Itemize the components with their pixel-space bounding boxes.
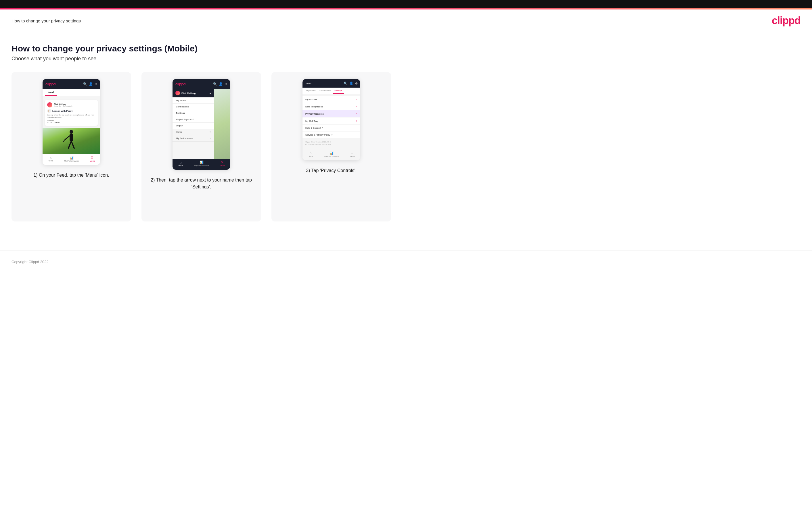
tab-menu-1[interactable]: ☰ Menu (90, 156, 95, 164)
phone-nav-2: clippd 🔍 👤 ⊙ (172, 79, 230, 89)
step-2-caption: 2) Then, tap the arrow next to your name… (148, 177, 254, 190)
bottom-tab-bar-1: ⌂ Home 📊 My Performance ☰ Menu (43, 154, 100, 165)
menu-overlay-container: Blair McHarg ▲ My Profile Connections (172, 89, 230, 159)
tab-close-2[interactable]: ✕ Menu (220, 161, 225, 169)
privacycontrols-arrow: › (356, 112, 357, 115)
home-icon-3: ⌂ (310, 151, 312, 155)
settings-version: Clippd Client Version: 2022.8.3-3 GQL Se… (303, 138, 360, 148)
privacycontrols-label: Privacy Controls (305, 113, 324, 115)
feed-avatar (47, 102, 52, 107)
settings-tabs-header: My Profile Connections Settings (303, 88, 360, 94)
settings-item-serviceprivacy[interactable]: Service & Privacy Policy ↗ (303, 131, 360, 138)
tab-perf-label-3: My Performance (324, 155, 339, 157)
menu-section-performance[interactable]: My Performance ▾ (172, 135, 214, 142)
tab-myprofile[interactable]: My Profile (304, 88, 317, 94)
menu-panel: Blair McHarg ▲ My Profile Connections (172, 89, 214, 159)
tab-home-label-3: Home (308, 155, 313, 157)
settings-item-privacycontrols[interactable]: Privacy Controls › (303, 110, 360, 117)
top-bar (0, 0, 812, 8)
menu-icon-3: ☰ (351, 151, 353, 155)
settings-item-helpsupport[interactable]: Help & Support ↗ (303, 125, 360, 131)
svg-rect-1 (69, 134, 73, 141)
menu-chevron-up: ▲ (209, 92, 211, 95)
golfer-svg (63, 129, 80, 154)
svg-line-3 (71, 141, 74, 148)
tab-performance-2[interactable]: 📊 My Performance (194, 161, 209, 169)
mygolfbag-arrow: › (356, 119, 357, 122)
menu-section: Home ▾ My Performance ▾ (172, 129, 214, 142)
menu-item-connections[interactable]: Connections (172, 104, 214, 110)
search-icon-3[interactable]: 🔍 (344, 81, 348, 85)
feed-desc: Looking to feel like my hands are exitin… (47, 114, 96, 119)
menu-user-row[interactable]: Blair McHarg ▲ (172, 89, 214, 97)
menu-section-home[interactable]: Home ▾ (172, 129, 214, 135)
step-1-caption: 1) On your Feed, tap the 'Menu' icon. (33, 172, 109, 179)
footer-copyright: Copyright Clippd 2022 (11, 260, 49, 264)
tab-home-label-2: Home (178, 164, 184, 166)
page-header: How to change your privacy settings clip… (0, 9, 812, 32)
phone-logo-2: clippd (175, 82, 186, 86)
svg-line-5 (63, 139, 65, 142)
menu-item-myprofile[interactable]: My Profile (172, 97, 214, 104)
perf-icon-2: 📊 (200, 161, 204, 164)
helpsupport-label: Help & Support ↗ (176, 118, 194, 121)
search-icon-1[interactable]: 🔍 (83, 82, 87, 86)
profile-icon-3[interactable]: 👤 (349, 81, 353, 85)
section-home-label: Home (176, 131, 182, 133)
menu-icon-1: ☰ (91, 156, 94, 160)
settings-nav: ‹ Back 🔍 👤 ⊙ (303, 79, 360, 88)
section-perf-chevron: ▾ (210, 137, 211, 139)
step-2-phone: clippd 🔍 👤 ⊙ Blair McHarg (172, 79, 230, 170)
dataintegrations-label: Data Integrations (305, 105, 323, 108)
section-home-chevron: ▾ (210, 131, 211, 133)
tab-performance-1[interactable]: 📊 My Performance (64, 156, 79, 164)
home-icon-1: ⌂ (50, 156, 52, 159)
settings-item-mygolfbag[interactable]: My Golf Bag › (303, 117, 360, 124)
settings-item-dataintegrations[interactable]: Data Integrations › (303, 103, 360, 110)
back-button[interactable]: ‹ Back (305, 82, 311, 85)
perf-icon-1: 📊 (69, 156, 73, 160)
feed-user-sub: Yesterday · Sunningdale (54, 105, 72, 107)
menu-item-helpsupport[interactable]: Help & Support ↗ (172, 116, 214, 123)
phone-nav-icons-1: 🔍 👤 ⊙ (83, 82, 97, 86)
step-3-caption: 3) Tap 'Privacy Controls'. (306, 167, 357, 174)
version-line2: GQL Server Version: 2022.7.30-1 (305, 143, 357, 146)
tab-menu-label-3: Menu (350, 155, 355, 157)
helpsupport3-label: Help & Support ↗ (305, 127, 323, 129)
clippd-logo: clippd (772, 15, 801, 27)
tab-home-3[interactable]: ⌂ Home (308, 151, 313, 159)
tab-close-label-2: Menu (220, 165, 225, 167)
step-2-card: clippd 🔍 👤 ⊙ Blair McHarg (142, 72, 261, 221)
lesson-title: Lesson with Fordy (52, 110, 73, 112)
golf-image (43, 128, 100, 154)
settings-icon-1[interactable]: ⊙ (95, 82, 97, 86)
menu-username: Blair McHarg (182, 92, 196, 95)
feed-tab[interactable]: Feed (45, 90, 57, 96)
tab-home-1[interactable]: ⌂ Home (48, 156, 53, 164)
settings-icon-2[interactable]: ⊙ (224, 82, 227, 86)
back-chevron: ‹ (305, 82, 306, 85)
page-footer: Copyright Clippd 2022 (0, 250, 812, 270)
feed-card-1: Blair McHarg Yesterday · Sunningdale 📋 L… (45, 100, 98, 126)
settings-icon-3[interactable]: ⊙ (355, 81, 358, 85)
menu-item-settings[interactable]: Settings (172, 110, 214, 116)
tab-menu-3[interactable]: ☰ Menu (350, 151, 355, 159)
tab-performance-3[interactable]: 📊 My Performance (324, 151, 339, 159)
profile-icon-2[interactable]: 👤 (219, 82, 223, 86)
step-1-phone: clippd 🔍 👤 ⊙ Feed (43, 79, 100, 165)
blurred-bg (214, 89, 230, 159)
menu-item-logout[interactable]: Logout (172, 123, 214, 129)
tab-menu-label-1: Menu (90, 160, 95, 162)
profile-icon-1[interactable]: 👤 (89, 82, 93, 86)
tab-perf-label-1: My Performance (64, 160, 79, 162)
page-subheading: Choose what you want people to see (11, 56, 391, 62)
tab-settings-active[interactable]: Settings (333, 88, 344, 94)
search-icon-2[interactable]: 🔍 (213, 82, 217, 86)
step-1-card: clippd 🔍 👤 ⊙ Feed (11, 72, 131, 221)
logout-label: Logout (176, 124, 183, 127)
tab-home-2[interactable]: ⌂ Home (178, 161, 184, 169)
settings-item-myaccount[interactable]: My Account › (303, 96, 360, 103)
svg-line-4 (65, 136, 69, 139)
tab-connections[interactable]: Connections (317, 88, 333, 94)
tab-home-label-1: Home (48, 160, 53, 162)
